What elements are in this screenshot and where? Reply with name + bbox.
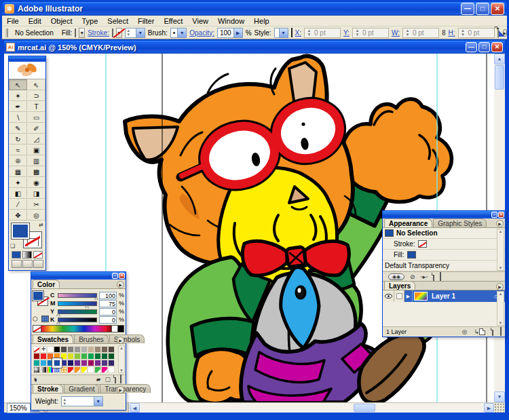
swatch[interactable]	[67, 360, 74, 366]
swatch[interactable]	[33, 353, 40, 360]
layer-name[interactable]: Layer 1	[429, 292, 494, 300]
scale-tool[interactable]: ◿	[27, 134, 45, 145]
color-mode-button[interactable]	[12, 251, 21, 259]
horizontal-scrollbar[interactable]: ◀ ▶	[130, 403, 494, 413]
scroll-down-icon[interactable]: ▼	[499, 321, 503, 325]
pen-tool[interactable]: ✒	[9, 101, 27, 112]
chevron-down-icon[interactable]: ▼	[94, 397, 102, 406]
appearance-row-selection[interactable]: No Selection	[383, 228, 505, 239]
swatch[interactable]	[108, 360, 115, 366]
spectrum-black-swatch[interactable]	[118, 325, 124, 332]
swatch[interactable]	[81, 360, 88, 366]
menu-window[interactable]: Window	[213, 16, 249, 26]
swatch[interactable]	[94, 353, 101, 360]
swatch[interactable]	[94, 346, 101, 353]
document-title-bar[interactable]: Ai mrcat.ai @ 150% (CMYK/Preview) — □ ✕	[4, 41, 505, 54]
none-mode-button[interactable]	[33, 251, 43, 259]
x-link[interactable]: X:	[295, 29, 301, 37]
gradient-tool[interactable]: ▩	[27, 166, 45, 177]
layer-visibility-toggle[interactable]	[383, 290, 394, 302]
menu-object[interactable]: Object	[46, 16, 77, 26]
tab-color[interactable]: Color	[33, 280, 60, 288]
tab-stroke[interactable]: Stroke	[33, 384, 63, 393]
menu-edit[interactable]: Edit	[24, 16, 46, 26]
swatch-global-color[interactable]	[94, 366, 101, 373]
swatch[interactable]	[88, 353, 94, 360]
palette-title-bar[interactable]: – ✕	[31, 272, 126, 280]
menu-view[interactable]: View	[187, 16, 213, 26]
scroll-down-icon[interactable]: ▼	[494, 392, 505, 402]
menu-file[interactable]: File	[2, 16, 24, 26]
pencil-tool[interactable]: ✐	[27, 123, 45, 134]
new-swatch-icon[interactable]	[115, 376, 116, 383]
swatch[interactable]	[88, 346, 94, 353]
swatch[interactable]	[67, 353, 74, 360]
stroke-weight-spinner[interactable]: ▲▼	[126, 28, 132, 37]
scroll-left-icon[interactable]: ◀	[130, 403, 140, 413]
swatch[interactable]	[108, 346, 115, 353]
chevron-down-icon[interactable]: ▼	[279, 28, 288, 37]
doc-maximize-button[interactable]: □	[478, 42, 490, 52]
layers-flyout-icon[interactable]: ▶	[496, 283, 504, 290]
layer-expand-icon[interactable]: ▶	[404, 290, 413, 302]
stroke-flyout-icon[interactable]: ▶	[117, 386, 124, 394]
swatch[interactable]	[101, 353, 108, 360]
menu-help[interactable]: Help	[249, 16, 274, 26]
layer-lock-toggle[interactable]	[394, 290, 404, 302]
opacity-link[interactable]: Opacity:	[189, 29, 214, 37]
eyedropper-tool[interactable]: ✦	[9, 177, 27, 188]
blend-tool[interactable]: ◉	[27, 177, 45, 188]
opacity-field[interactable]: 100 ▶	[217, 28, 243, 38]
swatch[interactable]	[60, 346, 67, 353]
warp-tool[interactable]: ≈	[9, 145, 27, 155]
link-dimensions-icon[interactable]: 8	[442, 29, 446, 37]
scroll-up-icon[interactable]: ▲	[119, 346, 124, 350]
live-paint-selection-tool[interactable]: ◨	[27, 188, 45, 199]
palette-minimize-icon[interactable]: –	[491, 212, 497, 218]
select-similar-icon[interactable]	[291, 28, 293, 37]
menu-filter[interactable]: Filter	[133, 16, 159, 26]
menu-select[interactable]: Select	[102, 16, 133, 26]
swatch[interactable]	[47, 353, 54, 360]
palette-minimize-icon[interactable]: –	[112, 273, 118, 279]
channel-slider[interactable]	[58, 318, 97, 322]
swatch-rainbow-gradient[interactable]	[47, 366, 54, 373]
close-button[interactable]: ✕	[491, 3, 504, 15]
swatch[interactable]	[33, 360, 40, 366]
swatch-libraries-icon[interactable]: 🖢	[34, 376, 37, 383]
doc-minimize-button[interactable]: —	[466, 42, 477, 52]
swatches-flyout-icon[interactable]: ▶	[117, 337, 124, 344]
color-fill-proxy[interactable]	[33, 291, 43, 301]
swatch[interactable]	[81, 346, 88, 353]
swatch-global-color[interactable]	[81, 366, 88, 373]
appearance-row-transparency[interactable]: Default Transparency	[383, 261, 505, 271]
swatch-global-color[interactable]	[88, 366, 94, 373]
color-flyout-icon[interactable]: ▶	[117, 281, 124, 288]
control-bar-grip[interactable]	[5, 28, 8, 37]
doc-close-button[interactable]: ✕	[491, 42, 503, 52]
swatch[interactable]	[47, 346, 54, 353]
spectrum-none-swatch[interactable]	[33, 325, 41, 332]
swatch[interactable]	[74, 346, 81, 353]
stroke-link[interactable]: Stroke:	[88, 29, 109, 37]
swatch[interactable]	[40, 353, 47, 360]
w-field[interactable]: ▲▼0 pt	[402, 28, 439, 38]
scroll-right-icon[interactable]: ▶	[484, 403, 494, 413]
appearance-flyout-icon[interactable]: ▶	[496, 220, 504, 227]
swatch[interactable]	[60, 353, 67, 360]
zoom-tool[interactable]: ◎	[27, 210, 45, 221]
live-paint-bucket-tool[interactable]: ◧	[9, 188, 27, 199]
swatch-linear-gradient[interactable]	[40, 366, 47, 373]
chevron-down-icon[interactable]: ▼	[177, 28, 186, 37]
swatch[interactable]	[94, 360, 101, 366]
standard-screen-mode-button[interactable]	[12, 260, 22, 268]
symbol-sprayer-tool[interactable]: ❊	[9, 155, 27, 166]
channel-slider[interactable]	[58, 301, 97, 306]
clear-appearance-icon[interactable]: ⊘	[410, 273, 415, 280]
swatch[interactable]	[60, 360, 67, 366]
swatch-pattern[interactable]	[54, 366, 60, 373]
web-safe-cube-icon[interactable]: ⬡	[33, 316, 38, 322]
swatch[interactable]	[54, 353, 60, 360]
fill-proxy[interactable]	[12, 223, 29, 239]
palette-close-icon[interactable]: ✕	[498, 212, 504, 218]
